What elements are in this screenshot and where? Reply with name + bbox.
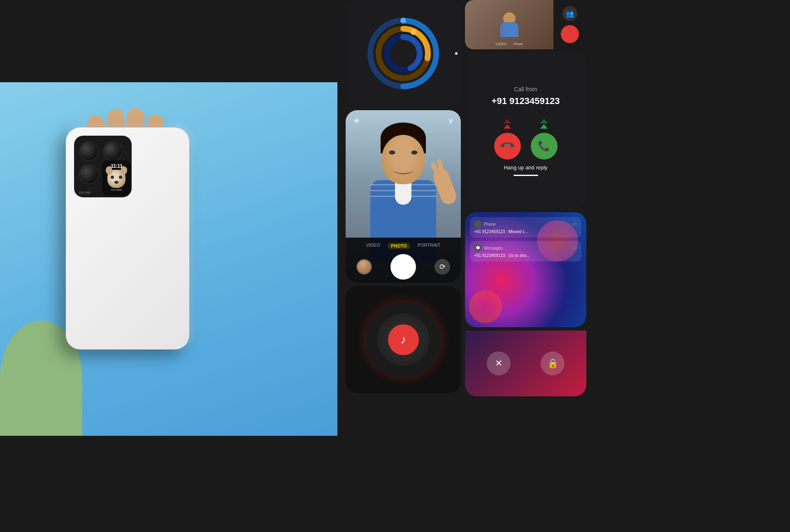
eye-right [411, 150, 418, 155]
lock-screen-panel: ✕ 🔒 [465, 331, 586, 396]
notif-messages-text: +91 9123459123 : Go to sho... [474, 253, 577, 258]
decline-group: 📞 [494, 119, 521, 160]
svg-point-8 [395, 45, 411, 62]
green-arrow-2 [540, 124, 548, 129]
photo-mode-btn[interactable]: PHOTO [388, 243, 410, 249]
call-quick-actions: 👥 [553, 0, 586, 49]
flip-camera-icon: ⟳ [439, 262, 446, 271]
decline-icon: 📞 [499, 137, 516, 154]
accept-icon: 📞 [538, 140, 550, 152]
flip-camera-button[interactable]: ⟳ [434, 259, 450, 275]
red-arrows [504, 119, 511, 129]
notification-item-phone[interactable]: 📞 Phone 2m +91 9123459123 : Missed c... [470, 217, 581, 238]
notif-phone-icon: 📞 [474, 220, 481, 228]
music-disc: ♪ [366, 303, 440, 377]
call-number: +91 9123459123 [492, 96, 560, 106]
accept-group: 📞 [531, 119, 558, 160]
incoming-call-panel: Call from +91 9123459123 📞 [465, 53, 586, 209]
brand-label: OIS 50MP [111, 189, 122, 191]
sky-background: 11:11 OIS 50MP [0, 82, 337, 436]
camera-lens-bottom-left [79, 164, 99, 184]
hang-up-reply-label: Hang up and reply [504, 164, 547, 171]
selfie-face [357, 260, 371, 274]
record-stop-button[interactable] [561, 25, 579, 43]
notif-phone-header: 📞 Phone 2m [474, 220, 577, 228]
music-note-icon: ♪ [400, 333, 406, 346]
call-from-label: Call from [514, 86, 537, 93]
main-left-section: 11:11 OIS 50MP [0, 0, 337, 436]
camera-bottom-controls: VIDEO PHOTO PORTRAIT ⟳ [346, 238, 461, 283]
green-arrow-1 [540, 119, 548, 123]
photo-tab[interactable]: Photo [514, 42, 523, 46]
notif-messages-app: Messages [484, 246, 503, 250]
collapse-down-icon[interactable]: ∨ [448, 116, 453, 125]
video-mode-tabs: VIDEO Photo [465, 42, 553, 46]
selfie-preview-thumbnail[interactable] [356, 259, 372, 275]
dog-eye-right [119, 176, 122, 179]
red-arrow-1 [504, 119, 511, 123]
activity-rings-svg [366, 16, 440, 90]
eye-left [389, 150, 395, 155]
camera-module: 11:11 OIS 50MP [74, 136, 132, 197]
camera-lens-top-right [103, 141, 123, 161]
camera-lens-top-left [79, 141, 99, 161]
notif-phone-app: Phone [484, 222, 496, 227]
notification-item-messages[interactable]: 💬 Messages 2m +91 9123459123 : Go to sho… [470, 241, 581, 261]
svg-point-2 [400, 18, 406, 23]
video-tab[interactable]: VIDEO [495, 42, 507, 46]
notif-messages-time: 2m [572, 246, 577, 250]
notifications-panel: 📞 Phone 2m +91 9123459123 : Missed c... … [465, 212, 586, 327]
person-smile [393, 165, 414, 174]
person-silhouette [499, 12, 520, 37]
scroll-dot [455, 52, 458, 55]
notifications-list: 📞 Phone 2m +91 9123459123 : Missed c... … [465, 212, 586, 270]
notif-messages-header: 💬 Messages 2m [474, 244, 577, 252]
camera-person-panel: ✳ ∨ [346, 110, 461, 283]
dog-display [107, 170, 125, 188]
dog-ear-right [120, 166, 128, 175]
mini-display-screen: 11:11 OIS 50MP [102, 160, 131, 196]
dog-nose [114, 181, 118, 184]
contact-icon[interactable]: 👥 [562, 6, 577, 21]
lock-button[interactable]: 🔒 [541, 352, 565, 375]
lock-icon: 🔒 [547, 358, 558, 369]
activity-rings-panel [346, 0, 461, 107]
shutter-button[interactable] [390, 254, 416, 280]
call-action-group: 📞 📞 [494, 119, 558, 160]
decline-button[interactable]: 📞 [494, 133, 521, 160]
music-play-center[interactable]: ♪ [388, 324, 419, 355]
camera-mode-tabs: VIDEO PHOTO PORTRAIT [352, 243, 454, 249]
notif-messages-icon: 💬 [474, 244, 481, 252]
bg-petal-2 [469, 290, 502, 323]
person-face [382, 135, 425, 184]
phone-icon-symbol: 📞 [476, 222, 480, 226]
camera-brand-text: OIS 50M [79, 191, 91, 194]
dog-eye-left [111, 176, 114, 179]
video-mode-btn[interactable]: VIDEO [366, 243, 380, 249]
camera-controls-row: ⟳ [352, 254, 454, 280]
music-player-panel: ♪ [346, 286, 461, 393]
red-arrow-2 [504, 124, 511, 129]
camera-top-bar: ✳ ∨ [346, 110, 461, 132]
call-panel-inner: Call from +91 9123459123 📞 [465, 53, 586, 209]
close-x-icon: ✕ [495, 358, 502, 369]
silhouette-body [500, 22, 518, 37]
accept-button[interactable]: 📞 [531, 133, 558, 160]
flash-star-icon[interactable]: ✳ [353, 116, 360, 126]
hand-phone-group: 11:11 OIS 50MP [41, 107, 247, 354]
notif-phone-text: +91 9123459123 : Missed c... [474, 229, 577, 234]
contact-person-icon: 👥 [566, 10, 574, 18]
notif-phone-time: 2m [572, 222, 577, 226]
green-arrows [540, 119, 548, 129]
person-thumbnail: VIDEO Photo [465, 0, 553, 49]
close-dismiss-button[interactable]: ✕ [487, 352, 511, 375]
top-dark-bg [0, 0, 337, 82]
peace-hand [437, 168, 453, 205]
portrait-mode-btn[interactable]: PORTRAIT [418, 243, 440, 249]
video-call-top-panel: VIDEO Photo 👥 [465, 0, 586, 49]
phone-back: 11:11 OIS 50MP [66, 127, 189, 349]
message-icon-symbol: 💬 [476, 246, 480, 250]
svg-point-5 [411, 29, 416, 35]
mini-clock: 11:11 [111, 163, 122, 169]
home-indicator [514, 175, 538, 176]
